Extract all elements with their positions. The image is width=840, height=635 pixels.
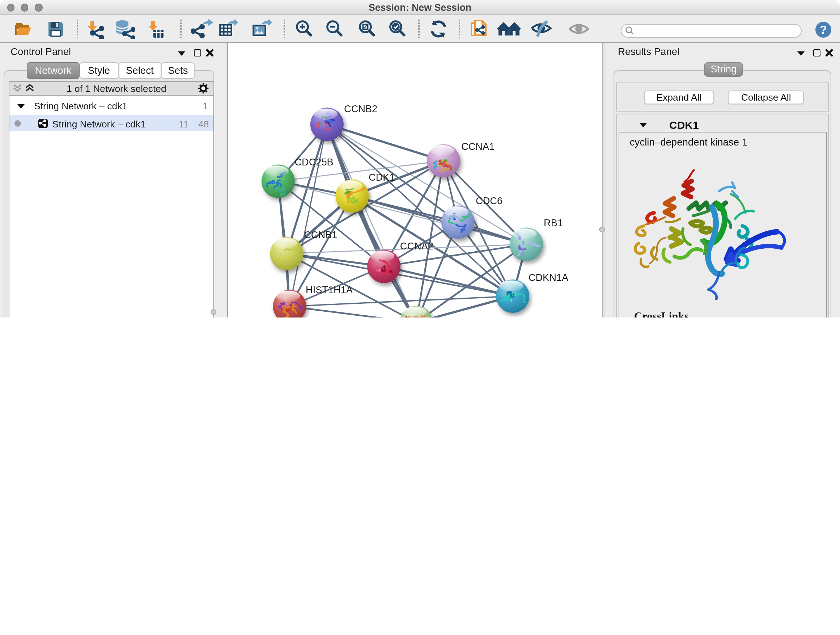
svg-text:CDC25B: CDC25B [294,157,333,168]
svg-text:CCNB2: CCNB2 [344,103,377,114]
svg-text:CCNB1: CCNB1 [303,229,337,241]
svg-text:CCNA1: CCNA1 [461,141,494,152]
svg-text:RB1: RB1 [543,217,562,228]
svg-text:CDK1: CDK1 [368,172,395,183]
svg-text:HIST1H1A: HIST1H1A [305,284,353,295]
svg-text:CDC6: CDC6 [475,195,502,206]
svg-text:?: ? [820,23,827,36]
svg-text:CCNA2: CCNA2 [400,241,433,252]
svg-text:CDKN1A: CDKN1A [528,272,568,283]
